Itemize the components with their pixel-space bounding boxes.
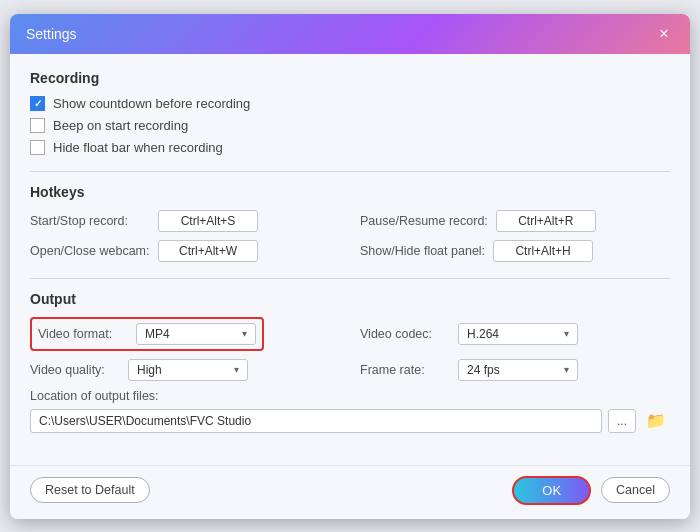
location-label: Location of output files:	[30, 389, 670, 403]
hotkey-label-floatpanel: Show/Hide float panel:	[360, 244, 485, 258]
divider-1	[30, 171, 670, 172]
hotkey-label-webcam: Open/Close webcam:	[30, 244, 150, 258]
checkbox-floatbar[interactable]	[30, 140, 45, 155]
checkbox-beep[interactable]	[30, 118, 45, 133]
hotkeys-grid: Start/Stop record: Ctrl+Alt+S Pause/Resu…	[30, 210, 670, 262]
videoformat-select[interactable]: MP4 ▾	[136, 323, 256, 345]
videoquality-arrow: ▾	[234, 364, 239, 375]
location-input[interactable]: C:\Users\USER\Documents\FVC Studio	[30, 409, 602, 433]
checkbox-label-countdown: Show countdown before recording	[53, 96, 250, 111]
output-row-videocodec: Video codec: H.264 ▾	[360, 317, 670, 351]
videoformat-arrow: ▾	[242, 328, 247, 339]
checkbox-label-floatbar: Hide float bar when recording	[53, 140, 223, 155]
folder-icon[interactable]: 📁	[642, 407, 670, 435]
title-bar: Settings ×	[10, 14, 690, 54]
hotkey-row-floatpanel: Show/Hide float panel: Ctrl+Alt+H	[360, 240, 670, 262]
videoformat-value: MP4	[145, 327, 170, 341]
videocodec-value: H.264	[467, 327, 499, 341]
output-label-videoquality: Video quality:	[30, 363, 120, 377]
footer: Reset to Default OK Cancel	[10, 465, 690, 519]
divider-2	[30, 278, 670, 279]
output-row-framerate: Frame rate: 24 fps ▾	[360, 359, 670, 381]
framerate-value: 24 fps	[467, 363, 500, 377]
footer-right: OK Cancel	[512, 476, 670, 505]
hotkey-input-floatpanel[interactable]: Ctrl+Alt+H	[493, 240, 593, 262]
checkbox-row-3: Hide float bar when recording	[30, 140, 670, 155]
output-row-videoquality: Video quality: High ▾	[30, 359, 340, 381]
videocodec-select[interactable]: H.264 ▾	[458, 323, 578, 345]
output-row-videoformat: Video format: MP4 ▾	[30, 317, 340, 351]
content-area: Recording Show countdown before recordin…	[10, 54, 690, 465]
hotkey-label-startstop: Start/Stop record:	[30, 214, 150, 228]
hotkey-row-pauseresume: Pause/Resume record: Ctrl+Alt+R	[360, 210, 670, 232]
dialog-title: Settings	[26, 26, 77, 42]
ok-button[interactable]: OK	[512, 476, 591, 505]
output-label-videocodec: Video codec:	[360, 327, 450, 341]
output-label-videoformat: Video format:	[38, 327, 128, 341]
output-grid: Video format: MP4 ▾ Video codec: H.264 ▾	[30, 317, 670, 381]
hotkey-row-startstop: Start/Stop record: Ctrl+Alt+S	[30, 210, 340, 232]
hotkey-input-pauseresume[interactable]: Ctrl+Alt+R	[496, 210, 596, 232]
output-label-framerate: Frame rate:	[360, 363, 450, 377]
checkbox-countdown[interactable]	[30, 96, 45, 111]
hotkey-input-webcam[interactable]: Ctrl+Alt+W	[158, 240, 258, 262]
output-section-title: Output	[30, 291, 670, 307]
close-button[interactable]: ×	[654, 24, 674, 44]
recording-section-title: Recording	[30, 70, 670, 86]
cancel-button[interactable]: Cancel	[601, 477, 670, 503]
checkbox-row-1: Show countdown before recording	[30, 96, 670, 111]
output-section: Output Video format: MP4 ▾ Video codec:	[30, 291, 670, 435]
location-row: Location of output files: C:\Users\USER\…	[30, 389, 670, 435]
settings-dialog: Settings × Recording Show countdown befo…	[10, 14, 690, 519]
framerate-arrow: ▾	[564, 364, 569, 375]
checkbox-row-2: Beep on start recording	[30, 118, 670, 133]
videoquality-value: High	[137, 363, 162, 377]
hotkey-input-startstop[interactable]: Ctrl+Alt+S	[158, 210, 258, 232]
checkbox-label-beep: Beep on start recording	[53, 118, 188, 133]
hotkeys-section: Hotkeys Start/Stop record: Ctrl+Alt+S Pa…	[30, 184, 670, 262]
recording-section: Recording Show countdown before recordin…	[30, 70, 670, 155]
hotkeys-section-title: Hotkeys	[30, 184, 670, 200]
hotkey-row-webcam: Open/Close webcam: Ctrl+Alt+W	[30, 240, 340, 262]
hotkey-label-pauseresume: Pause/Resume record:	[360, 214, 488, 228]
videoquality-select[interactable]: High ▾	[128, 359, 248, 381]
browse-button[interactable]: ...	[608, 409, 636, 433]
video-format-highlighted: Video format: MP4 ▾	[30, 317, 264, 351]
reset-button[interactable]: Reset to Default	[30, 477, 150, 503]
framerate-select[interactable]: 24 fps ▾	[458, 359, 578, 381]
videocodec-arrow: ▾	[564, 328, 569, 339]
location-input-row: C:\Users\USER\Documents\FVC Studio ... 📁	[30, 407, 670, 435]
